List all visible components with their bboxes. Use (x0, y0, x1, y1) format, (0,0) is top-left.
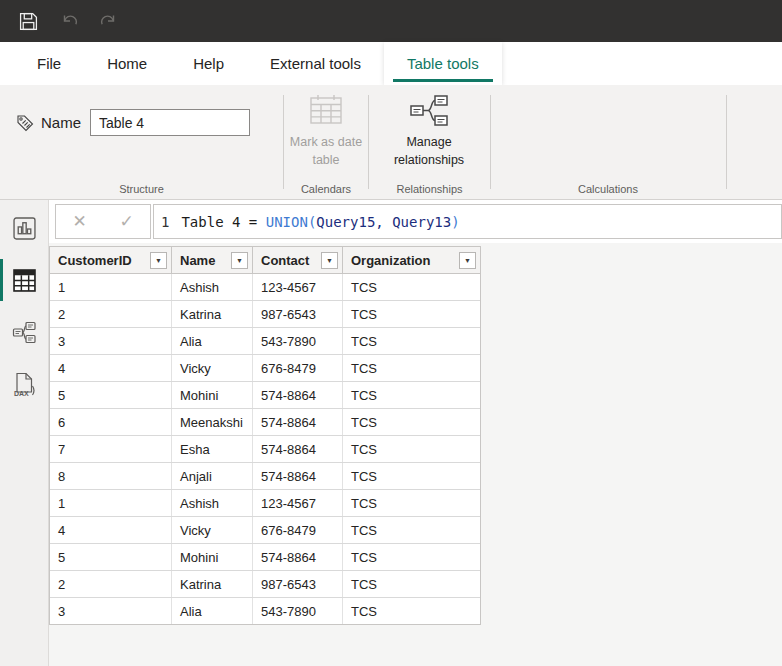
tab-help[interactable]: Help (170, 42, 247, 85)
table-cell[interactable]: TCS (343, 598, 480, 624)
view-switcher-sidebar: DAX (0, 200, 49, 666)
table-cell[interactable]: 543-7890 (253, 598, 343, 624)
table-cell[interactable]: 987-6543 (253, 571, 343, 597)
table-cell[interactable]: 1 (50, 274, 172, 300)
table-cell[interactable]: 574-8864 (253, 382, 343, 408)
table-cell[interactable]: Alia (172, 598, 253, 624)
column-header-label: Organization (351, 253, 459, 268)
table-row[interactable]: 7Esha574-8864TCS (50, 436, 480, 463)
table-cell[interactable]: TCS (343, 571, 480, 597)
table-row[interactable]: 6Meenakshi574-8864TCS (50, 409, 480, 436)
chevron-down-icon: ▼ (155, 257, 162, 264)
column-filter-dropdown[interactable]: ▼ (231, 252, 248, 269)
table-cell[interactable]: 676-8479 (253, 355, 343, 381)
table-cell[interactable]: 8 (50, 463, 172, 489)
table-cell[interactable]: 4 (50, 355, 172, 381)
table-cell[interactable]: 574-8864 (253, 436, 343, 462)
table-row[interactable]: 1Ashish123-4567TCS (50, 490, 480, 517)
column-header-customerid: CustomerID▼ (50, 247, 172, 273)
table-cell[interactable]: 123-4567 (253, 490, 343, 516)
table-cell[interactable]: Vicky (172, 355, 253, 381)
table-cell[interactable]: 2 (50, 301, 172, 327)
table-cell[interactable]: Vicky (172, 517, 253, 543)
dax-query-view-icon: DAX (12, 372, 36, 397)
table-cell[interactable]: 2 (50, 571, 172, 597)
table-row[interactable]: 2Katrina987-6543TCS (50, 571, 480, 598)
undo-button[interactable] (52, 5, 88, 37)
table-cell[interactable]: TCS (343, 463, 480, 489)
sidebar-item-data-view[interactable] (0, 254, 48, 306)
table-cell[interactable]: Meenakshi (172, 409, 253, 435)
mark-as-date-table-button[interactable]: Mark as date table (286, 94, 366, 169)
table-row[interactable]: 4Vicky676-8479TCS (50, 355, 480, 382)
table-cell[interactable]: TCS (343, 328, 480, 354)
formula-bar: ✕ ✓ 1Table 4 = UNION(Query15, Query13) (49, 200, 782, 243)
column-filter-dropdown[interactable]: ▼ (321, 252, 338, 269)
table-cell[interactable]: Mohini (172, 544, 253, 570)
table-cell[interactable]: TCS (343, 274, 480, 300)
table-cell[interactable]: Ashish (172, 274, 253, 300)
table-cell[interactable]: 3 (50, 328, 172, 354)
table-cell[interactable]: 676-8479 (253, 517, 343, 543)
sidebar-item-report-view[interactable] (0, 202, 48, 254)
table-cell[interactable]: TCS (343, 301, 480, 327)
table-cell[interactable]: Esha (172, 436, 253, 462)
tab-home[interactable]: Home (84, 42, 170, 85)
table-row[interactable]: 2Katrina987-6543TCS (50, 301, 480, 328)
table-cell[interactable]: Katrina (172, 301, 253, 327)
manage-relationships-button[interactable]: Manage relationships (384, 94, 474, 169)
table-cell[interactable]: 1 (50, 490, 172, 516)
table-cell[interactable]: 574-8864 (253, 409, 343, 435)
table-cell[interactable]: TCS (343, 382, 480, 408)
commit-formula-button[interactable]: ✓ (119, 211, 133, 232)
save-button[interactable] (10, 5, 46, 37)
table-row[interactable]: 8Anjali574-8864TCS (50, 463, 480, 490)
table-cell[interactable]: TCS (343, 517, 480, 543)
table-cell[interactable]: 5 (50, 382, 172, 408)
table-row[interactable]: 3Alia543-7890TCS (50, 598, 480, 624)
table-cell[interactable]: Anjali (172, 463, 253, 489)
table-row[interactable]: 3Alia543-7890TCS (50, 328, 480, 355)
table-cell[interactable]: Katrina (172, 571, 253, 597)
cancel-formula-button[interactable]: ✕ (72, 211, 86, 232)
table-cell[interactable]: TCS (343, 544, 480, 570)
table-row[interactable]: 5Mohini574-8864TCS (50, 544, 480, 571)
tab-external-tools[interactable]: External tools (247, 42, 384, 85)
table-name-input[interactable] (90, 109, 250, 136)
table-cell[interactable]: 123-4567 (253, 274, 343, 300)
redo-button[interactable] (90, 5, 126, 37)
table-cell[interactable]: 6 (50, 409, 172, 435)
table-cell[interactable]: Mohini (172, 382, 253, 408)
column-filter-dropdown[interactable]: ▼ (150, 252, 167, 269)
sidebar-item-dax-query-view[interactable]: DAX (0, 358, 48, 410)
table-row[interactable]: 1Ashish123-4567TCS (50, 274, 480, 301)
table-cell[interactable]: TCS (343, 436, 480, 462)
data-grid: CustomerID▼Name▼Contact▼Organization▼ 1A… (49, 246, 481, 625)
table-cell[interactable]: 4 (50, 517, 172, 543)
ribbon-group-calculations: New measure Quick measure (490, 85, 726, 199)
formula-input[interactable]: 1Table 4 = UNION(Query15, Query13) (153, 204, 782, 239)
table-cell[interactable]: TCS (343, 409, 480, 435)
table-cell[interactable]: TCS (343, 355, 480, 381)
tab-table-tools[interactable]: Table tools (384, 42, 502, 85)
formula-text: Table 4 = (181, 214, 265, 230)
table-cell[interactable]: 574-8864 (253, 544, 343, 570)
table-cell[interactable]: 7 (50, 436, 172, 462)
chevron-down-icon: ▼ (236, 257, 243, 264)
table-cell[interactable]: TCS (343, 490, 480, 516)
table-cell[interactable]: 574-8864 (253, 463, 343, 489)
table-cell[interactable]: Alia (172, 328, 253, 354)
ribbon-divider (726, 95, 727, 189)
grid-header: CustomerID▼Name▼Contact▼Organization▼ (50, 247, 480, 274)
chevron-down-icon: ▼ (326, 257, 333, 264)
column-filter-dropdown[interactable]: ▼ (459, 252, 476, 269)
table-row[interactable]: 4Vicky676-8479TCS (50, 517, 480, 544)
table-cell[interactable]: 3 (50, 598, 172, 624)
tab-file[interactable]: File (14, 42, 84, 85)
sidebar-item-model-view[interactable] (0, 306, 48, 358)
table-cell[interactable]: 543-7890 (253, 328, 343, 354)
table-row[interactable]: 5Mohini574-8864TCS (50, 382, 480, 409)
table-cell[interactable]: 987-6543 (253, 301, 343, 327)
table-cell[interactable]: 5 (50, 544, 172, 570)
table-cell[interactable]: Ashish (172, 490, 253, 516)
